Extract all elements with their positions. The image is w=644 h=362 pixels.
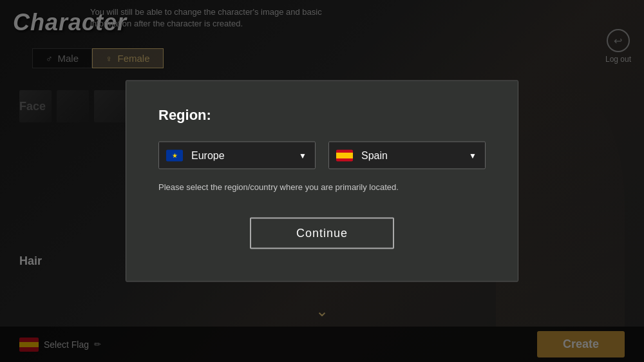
country-dropdown-wrapper: Spain France Germany Italy Portugal Neth… xyxy=(328,142,486,169)
modal-dropdowns: ★ Europe North America Asia South Americ… xyxy=(158,142,486,169)
continue-button[interactable]: Continue xyxy=(250,218,394,249)
region-dropdown-wrapper: ★ Europe North America Asia South Americ… xyxy=(158,142,316,169)
eu-flag-icon: ★ xyxy=(166,149,183,161)
spain-flag-icon xyxy=(336,149,353,161)
modal-hint: Please select the region/country where y… xyxy=(158,182,486,192)
region-label: Region: xyxy=(158,107,486,124)
region-modal: Region: ★ Europe North America Asia Sout… xyxy=(126,81,518,282)
